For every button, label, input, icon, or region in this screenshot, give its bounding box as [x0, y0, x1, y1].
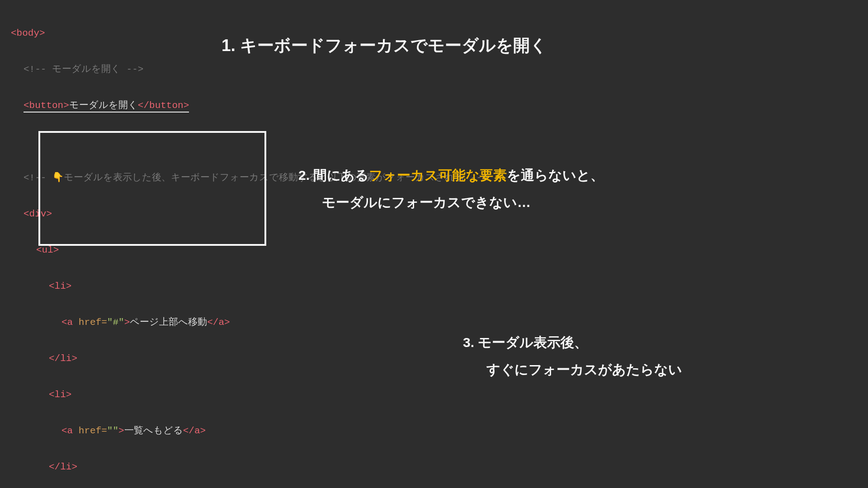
code-line: <ul> — [11, 241, 505, 259]
code-line: </li> — [11, 350, 505, 368]
code-line: <button>モーダルを開く</button> — [11, 97, 505, 115]
code-line: <li> — [11, 277, 505, 296]
code-line: <li> — [11, 386, 505, 404]
annotation-3: 3. モーダル表示後、 すぐにフォーカスがあたらない — [463, 329, 682, 383]
blank-line — [11, 133, 505, 151]
code-line: </li> — [11, 458, 505, 476]
code-line: <a href="">一覧へもどる</a> — [11, 422, 505, 440]
annotation-2: 2. 間にあるフォーカス可能な要素を通らないと、 モーダルにフォーカスできない… — [298, 162, 604, 216]
code-block: <body> <!-- モーダルを開く --> <button>モーダルを開く<… — [11, 6, 505, 488]
annotation-1: 1. キーボードフォーカスでモーダルを開く — [222, 37, 547, 54]
code-line: <a href="#">ページ上部へ移動</a> — [11, 314, 505, 332]
code-line: <!-- モーダルを開く --> — [11, 61, 505, 79]
